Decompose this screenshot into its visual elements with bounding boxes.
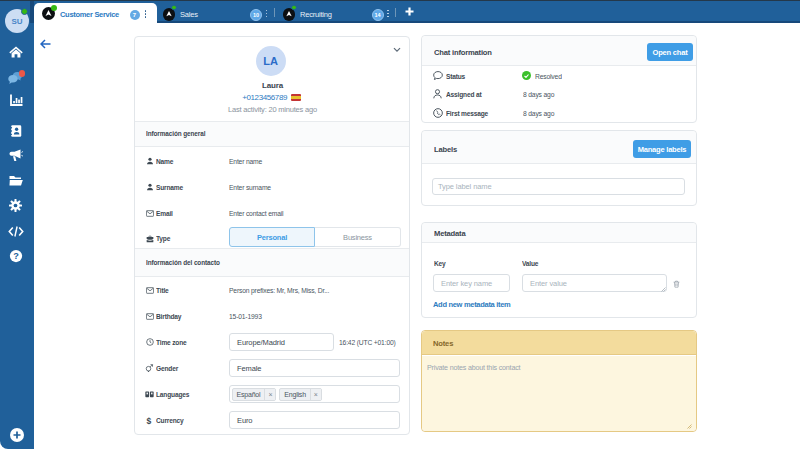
- svg-text:?: ?: [13, 251, 19, 261]
